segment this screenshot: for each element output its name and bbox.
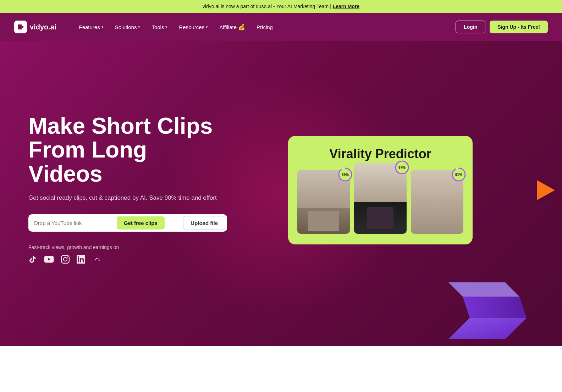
chevron-down-icon: ▾ [165, 25, 167, 29]
meta-icon[interactable] [92, 255, 102, 266]
hero-right: Virality Predictor [227, 136, 534, 244]
logo-svg [17, 23, 24, 31]
3d-shape-svg [434, 275, 534, 346]
video-grid: 89% [299, 170, 462, 234]
money-bag-icon: 💰 [238, 24, 245, 31]
video-thumb-1: 89% [297, 170, 350, 234]
login-button[interactable]: Login [456, 21, 485, 33]
logo-icon [14, 21, 27, 33]
svg-text:97%: 97% [398, 166, 406, 170]
svg-marker-9 [448, 318, 527, 339]
video-thumb-2: 97% [354, 163, 407, 234]
or-separator: or [172, 220, 176, 226]
social-label: Fast-track views, growth and earnings on [28, 244, 227, 250]
url-row: Get free clips or Upload file [28, 214, 227, 232]
nav-affiliate[interactable]: Affiliate 💰 [214, 21, 250, 33]
banner-link[interactable]: Learn More [333, 4, 359, 9]
svg-marker-10 [463, 297, 527, 318]
score-circle-svg-3: 91% [450, 166, 468, 183]
navbar: vidyo.ai Features ▾ Solutions ▾ Tools ▾ … [0, 13, 562, 41]
score-circle-svg-1: 89% [336, 166, 354, 183]
youtube-link-input[interactable] [34, 220, 115, 226]
youtube-icon[interactable] [44, 255, 54, 266]
logo-dot: . [48, 23, 50, 31]
logo-text: vidyo.ai [30, 23, 56, 31]
hero-section: Make Short Clips From Long Videos Get so… [0, 41, 562, 346]
logo[interactable]: vidyo.ai [14, 21, 56, 33]
social-icons [28, 255, 227, 266]
chevron-down-icon: ▾ [206, 25, 208, 29]
signup-button[interactable]: Sign Up - Its Free! [490, 21, 548, 33]
top-banner: vidyo.ai is now a part of quso.ai - Your… [0, 0, 562, 13]
banner-text: vidyo.ai is now a part of quso.ai - Your… [203, 4, 331, 9]
nav-features[interactable]: Features ▾ [74, 21, 109, 33]
hero-title: Make Short Clips From Long Videos [28, 114, 227, 186]
hero-left: Make Short Clips From Long Videos Get so… [28, 114, 227, 266]
get-clips-button[interactable]: Get free clips [117, 216, 165, 230]
score-badge-2: 97% [393, 159, 411, 176]
virality-card: Virality Predictor [288, 136, 473, 244]
chevron-down-icon: ▾ [138, 25, 140, 29]
nav-resources[interactable]: Resources ▾ [174, 21, 213, 33]
nav-pricing[interactable]: Pricing [252, 21, 278, 33]
tiktok-icon[interactable] [28, 255, 37, 266]
instagram-icon[interactable] [61, 255, 70, 266]
virality-title: Virality Predictor [299, 147, 462, 161]
bottom-3d-decoration [434, 275, 534, 346]
upload-button[interactable]: Upload file [183, 216, 225, 230]
score-circle-svg-2: 97% [393, 159, 411, 176]
linkedin-icon[interactable] [77, 255, 85, 266]
nav-solutions[interactable]: Solutions ▾ [110, 21, 145, 33]
nav-tools[interactable]: Tools ▾ [147, 21, 172, 33]
orange-arrow-decoration [537, 180, 555, 200]
svg-marker-11 [448, 282, 519, 297]
nav-actions: Login Sign Up - Its Free! [456, 21, 548, 33]
chevron-down-icon: ▾ [101, 25, 104, 29]
nav-links: Features ▾ Solutions ▾ Tools ▾ Resources… [74, 21, 456, 33]
url-section: Get free clips or Upload file [28, 214, 227, 232]
svg-text:89%: 89% [342, 173, 349, 177]
video-thumb-3: 91% [411, 170, 463, 234]
hero-subtitle: Get social ready clips, cut & captioned … [28, 194, 227, 201]
score-badge-3: 91% [450, 166, 468, 183]
svg-text:91%: 91% [455, 173, 462, 177]
score-badge-1: 89% [336, 166, 354, 183]
